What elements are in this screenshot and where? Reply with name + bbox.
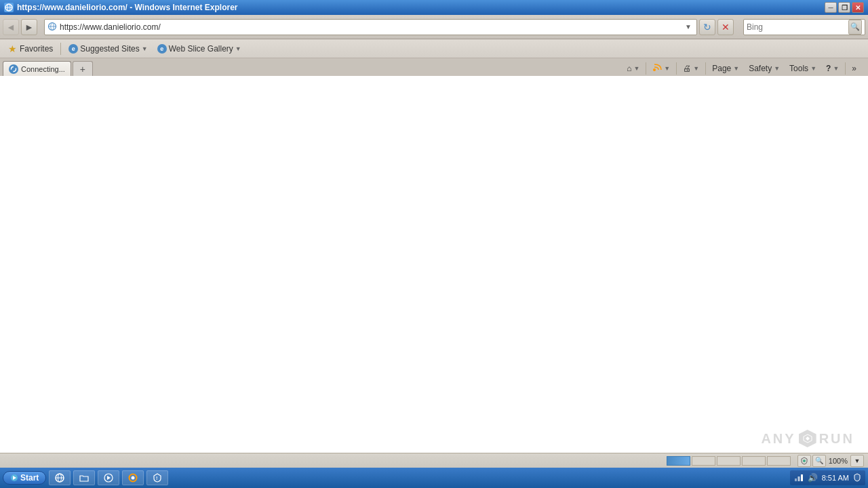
- feeds-button[interactable]: ▼: [648, 60, 675, 76]
- svg-point-6: [12, 66, 16, 71]
- web-slice-label: Web Slice Gallery: [169, 44, 233, 54]
- command-bar-right: ⌂ ▼ ▼ 🖨 ▼ Page ▼ Safety ▼: [622, 60, 865, 76]
- tools-button[interactable]: Tools ▼: [785, 62, 821, 75]
- start-button[interactable]: Start: [3, 471, 46, 485]
- taskbar-ie[interactable]: [49, 470, 71, 485]
- search-go-button[interactable]: 🔍: [848, 20, 862, 35]
- tab-label: Connecting...: [21, 65, 65, 73]
- tray-shield-icon: [853, 473, 861, 483]
- cmd-sep-2: [676, 62, 677, 75]
- address-dropdown[interactable]: ▼: [683, 22, 694, 33]
- back-button[interactable]: ◄: [3, 19, 19, 35]
- web-slice-dropdown[interactable]: ▼: [235, 45, 241, 52]
- favorites-separator: [60, 43, 61, 55]
- watermark: ANY RUN: [761, 430, 854, 447]
- favorites-button[interactable]: ★ Favorites: [4, 42, 57, 56]
- taskbar-wmp[interactable]: [98, 470, 119, 485]
- page-button[interactable]: Page ▼: [707, 62, 744, 75]
- progress-segments: [667, 456, 793, 466]
- watermark-suffix: RUN: [819, 431, 854, 447]
- zoom-button[interactable]: 🔍: [812, 455, 826, 467]
- title-bar-text: https://www.danieliorio.com/ - Windows I…: [17, 3, 237, 12]
- new-tab-button[interactable]: +: [73, 61, 93, 76]
- taskbar-tray: 🔊 8:51 AM: [790, 470, 865, 485]
- svg-rect-22: [797, 476, 800, 481]
- protected-mode-icon[interactable]: [797, 455, 811, 467]
- taskbar-security[interactable]: !: [146, 470, 168, 485]
- zoom-percent: 100%: [827, 457, 849, 465]
- feeds-icon: [652, 62, 662, 74]
- status-text-area: [0, 456, 797, 466]
- progress-segment-2: [692, 456, 715, 466]
- svg-text:!: !: [156, 476, 157, 481]
- print-dropdown-icon[interactable]: ▼: [693, 65, 699, 72]
- stop-button[interactable]: ✕: [717, 19, 734, 35]
- ie-title-icon: [4, 3, 14, 12]
- more-button[interactable]: »: [847, 62, 861, 75]
- print-icon: 🖨: [683, 64, 691, 73]
- bottom-status-bar: 🔍 100% ▼: [0, 453, 868, 468]
- title-bar: https://www.danieliorio.com/ - Windows I…: [0, 0, 868, 15]
- search-input[interactable]: [747, 22, 848, 32]
- watermark-text: ANY: [761, 431, 795, 447]
- cmd-sep-1: [646, 62, 646, 75]
- svg-point-10: [803, 460, 806, 462]
- help-button[interactable]: ? ▼: [821, 62, 844, 75]
- help-dropdown-icon[interactable]: ▼: [833, 65, 839, 72]
- progress-segment-1: [667, 456, 690, 466]
- svg-rect-21: [795, 479, 797, 481]
- minimize-button[interactable]: ─: [825, 2, 837, 13]
- title-bar-controls: ─ ❐ ✕: [825, 2, 864, 13]
- safety-button[interactable]: Safety ▼: [744, 62, 785, 75]
- favorites-bar: ★ Favorites e Suggested Sites ▼ e Web Sl…: [0, 39, 868, 58]
- page-dropdown-icon[interactable]: ▼: [733, 65, 739, 72]
- favorites-label: Favorites: [20, 44, 53, 54]
- suggested-sites-item[interactable]: e Suggested Sites ▼: [64, 43, 151, 55]
- clock: 8:51 AM: [822, 474, 849, 482]
- watermark-icon: [799, 430, 816, 447]
- tab-loading-icon: [9, 64, 18, 74]
- page-label: Page: [712, 64, 731, 73]
- taskbar-folder[interactable]: [73, 470, 95, 485]
- address-bar: ▼: [44, 19, 697, 35]
- active-tab[interactable]: Connecting...: [3, 61, 71, 76]
- zoom-dropdown[interactable]: ▼: [850, 455, 864, 467]
- print-button[interactable]: 🖨 ▼: [678, 62, 704, 75]
- home-icon: ⌂: [627, 64, 631, 73]
- home-dropdown-icon[interactable]: ▼: [633, 65, 639, 72]
- start-label: Start: [20, 473, 39, 483]
- svg-point-19: [132, 476, 135, 480]
- progress-segment-5: [767, 456, 791, 466]
- favorites-star-icon: ★: [8, 43, 17, 54]
- taskbar-ie-icon: [55, 473, 64, 483]
- nav-bar: ◄ ► ▼ ↻ ✕ 🔍: [0, 15, 868, 39]
- taskbar-folder-icon: [79, 474, 89, 482]
- web-slice-gallery-item[interactable]: e Web Slice Gallery ▼: [153, 43, 245, 55]
- web-slice-icon: e: [157, 44, 167, 54]
- status-right-area: 🔍 100% ▼: [797, 455, 868, 467]
- taskbar: Start !: [0, 468, 868, 488]
- tools-dropdown-icon[interactable]: ▼: [810, 65, 816, 72]
- tab-bar: Connecting... + ⌂ ▼ ▼ 🖨 ▼ P: [0, 58, 868, 76]
- close-button[interactable]: ✕: [852, 2, 864, 13]
- refresh-button[interactable]: ↻: [699, 19, 715, 35]
- safety-label: Safety: [749, 64, 772, 73]
- restore-button[interactable]: ❐: [838, 2, 850, 13]
- taskbar-firefox-icon: [128, 473, 138, 483]
- svg-marker-17: [107, 476, 111, 480]
- tray-network-icon: [794, 473, 804, 483]
- feeds-dropdown-icon[interactable]: ▼: [664, 65, 670, 72]
- home-button[interactable]: ⌂ ▼: [622, 62, 644, 75]
- zoom-icon: 🔍: [815, 457, 823, 464]
- svg-rect-23: [801, 474, 803, 481]
- search-bar: 🔍: [743, 19, 865, 35]
- taskbar-firefox[interactable]: [122, 470, 144, 485]
- forward-button[interactable]: ►: [21, 19, 37, 35]
- start-icon: [10, 474, 18, 482]
- address-input[interactable]: [60, 22, 680, 32]
- progress-segment-3: [717, 456, 741, 466]
- safety-dropdown-icon[interactable]: ▼: [774, 65, 780, 72]
- suggested-sites-dropdown[interactable]: ▼: [142, 45, 148, 52]
- tray-speaker-icon[interactable]: 🔊: [808, 473, 818, 483]
- cmd-sep-4: [845, 62, 846, 75]
